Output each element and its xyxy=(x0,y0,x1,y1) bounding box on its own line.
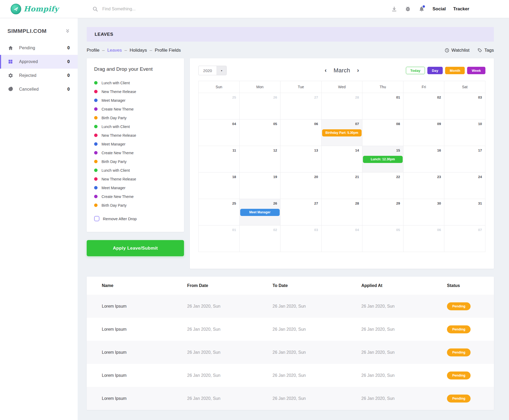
calendar-day-cell[interactable]: 10 xyxy=(444,119,485,146)
calendar-event-pill[interactable]: Lunch: 12.30pm xyxy=(363,156,403,163)
sidebar-item-cancelled[interactable]: Cancelled0 xyxy=(0,82,78,96)
calendar-day-cell[interactable]: 28 xyxy=(321,93,362,119)
breadcrumb-actions: Watchlist Tags xyxy=(445,48,494,53)
bug-icon[interactable] xyxy=(405,6,411,12)
calendar-day-cell[interactable]: 01 xyxy=(199,225,239,252)
social-link[interactable]: Social xyxy=(432,6,446,12)
remove-after-drop-checkbox[interactable] xyxy=(94,216,99,221)
calendar-day-cell[interactable]: 26Meet Manager xyxy=(239,199,280,225)
view-day-button[interactable]: Day xyxy=(427,67,443,74)
tracker-link[interactable]: Tracker xyxy=(453,6,469,12)
view-week-button[interactable]: Week xyxy=(467,67,485,74)
draggable-event[interactable]: Birth Day Party xyxy=(94,157,177,166)
calendar-day-cell[interactable]: 19 xyxy=(239,172,280,199)
search-input[interactable] xyxy=(102,7,214,11)
calendar-event-pill[interactable]: Birthday Part: 5.30pm xyxy=(322,129,362,136)
calendar-day-cell[interactable]: 31 xyxy=(444,199,485,225)
apply-leave-button[interactable]: Apply Leave/Submit xyxy=(87,240,184,256)
calendar-day-cell[interactable]: 27 xyxy=(280,93,321,119)
calendar-day-cell[interactable]: 22 xyxy=(362,172,403,199)
table-row: Lorem Ipsum26 Jan 2020, Sun26 Jan 2020, … xyxy=(87,364,494,387)
prev-month-button[interactable]: ‹ xyxy=(325,68,327,73)
calendar-day-cell[interactable]: 02 xyxy=(403,93,444,119)
sidebar-item-pending[interactable]: Pending0 xyxy=(0,41,78,55)
calendar-day-cell[interactable]: 12 xyxy=(239,146,280,172)
calendar-day-cell[interactable]: 15Lunch: 12.30pm xyxy=(362,146,403,172)
calendar-day-cell[interactable]: 23 xyxy=(403,172,444,199)
next-month-button[interactable]: › xyxy=(357,68,359,73)
calendar-day-cell[interactable]: 26 xyxy=(239,93,280,119)
calendar-day-cell[interactable]: 07 xyxy=(444,225,485,252)
row-from-date: 26 Jan 2020, Sun xyxy=(187,350,273,355)
calendar-day-cell[interactable]: 07Birthday Part: 5.30pm xyxy=(321,119,362,146)
draggable-event[interactable]: New Theme Release xyxy=(94,175,177,183)
calendar-day-cell[interactable]: 17 xyxy=(444,146,485,172)
collapse-double-chevron-icon[interactable] xyxy=(65,28,70,34)
calendar-day-cell[interactable]: 06 xyxy=(403,225,444,252)
calendar-day-cell[interactable]: 08 xyxy=(362,119,403,146)
event-color-dot xyxy=(94,186,98,189)
calendar-day-cell[interactable]: 09 xyxy=(403,119,444,146)
draggable-event[interactable]: Lunch with Client xyxy=(94,78,177,87)
calendar-day-cell[interactable]: 16 xyxy=(403,146,444,172)
calendar-day-cell[interactable]: 18 xyxy=(199,172,239,199)
draggable-event[interactable]: Lunch with Client xyxy=(94,122,177,131)
watchlist-button[interactable]: Watchlist xyxy=(445,48,469,53)
view-month-button[interactable]: Month xyxy=(445,67,465,74)
draggable-event[interactable]: Meet Manager xyxy=(94,183,177,192)
calendar-day-cell[interactable]: 01 xyxy=(362,93,403,119)
day-number: 01 xyxy=(396,93,403,99)
tags-button[interactable]: Tags xyxy=(477,48,494,53)
sidebar-item-rejected[interactable]: Rejected0 xyxy=(0,69,78,82)
draggable-event[interactable]: Create New Theme xyxy=(94,192,177,201)
calendar-day-cell[interactable]: 05 xyxy=(362,225,403,252)
calendar-day-cell[interactable]: 03 xyxy=(280,225,321,252)
calendar-day-cell[interactable]: 28 xyxy=(321,199,362,225)
draggable-event[interactable]: Birth Day Party xyxy=(94,201,177,210)
draggable-event[interactable]: Birth Day Party xyxy=(94,113,177,122)
calendar-day-cell[interactable]: 04 xyxy=(199,119,239,146)
calendar-event-pill[interactable]: Meet Manager xyxy=(240,209,280,216)
draggable-event[interactable]: Meet Manager xyxy=(94,96,177,105)
logo[interactable]: Hompify xyxy=(0,4,78,14)
calendar-day-cell[interactable]: 11 xyxy=(199,146,239,172)
calendar-day-cell[interactable]: 04 xyxy=(321,225,362,252)
breadcrumb: Profile–Leaves–Holidays–Profile Fields xyxy=(87,48,181,53)
gear-icon xyxy=(8,73,13,78)
bell-icon[interactable] xyxy=(419,6,425,12)
calendar-day-cell[interactable]: 30 xyxy=(403,199,444,225)
calendar-day-cell[interactable]: 25 xyxy=(199,93,239,119)
draggable-event[interactable]: Create New Theme xyxy=(94,105,177,113)
calendar-day-cell[interactable]: 21 xyxy=(321,172,362,199)
draggable-event[interactable]: Create New Theme xyxy=(94,148,177,157)
breadcrumb-item[interactable]: Leaves xyxy=(107,48,122,53)
breadcrumb-item[interactable]: Profile xyxy=(87,48,99,53)
view-today-button[interactable]: Today xyxy=(406,67,425,74)
sidebar-item-approved[interactable]: Approved0 xyxy=(0,55,78,69)
draggable-event[interactable]: Lunch with Client xyxy=(94,166,177,175)
calendar-day-cell[interactable]: 05 xyxy=(239,119,280,146)
calendar-day-cell[interactable]: 02 xyxy=(239,225,280,252)
status-badge: Pending xyxy=(447,325,471,333)
year-select[interactable]: 2020 ▾ xyxy=(198,66,227,75)
breadcrumb-item[interactable]: Profile Fields xyxy=(155,48,181,53)
breadcrumb-item[interactable]: Holidays xyxy=(130,48,147,53)
calendar-day-cell[interactable]: 25 xyxy=(199,199,239,225)
calendar-day-cell[interactable]: 20 xyxy=(280,172,321,199)
draggable-event[interactable]: New Theme Release xyxy=(94,87,177,96)
row-to-date: 26 Jan 2020, Sun xyxy=(273,396,361,401)
calendar-day-cell[interactable]: 06 xyxy=(280,119,321,146)
calendar-day-cell[interactable]: 13 xyxy=(280,146,321,172)
calendar-day-cell[interactable]: 03 xyxy=(444,93,485,119)
calendar-day-cell[interactable]: 27 xyxy=(280,199,321,225)
calendar-day-cell[interactable]: 24 xyxy=(444,172,485,199)
sidebar-item-count: 0 xyxy=(67,73,70,78)
status-cell: Pending xyxy=(447,372,494,379)
status-cell: Pending xyxy=(447,395,494,403)
calendar-day-cell[interactable]: 29 xyxy=(362,199,403,225)
download-icon[interactable] xyxy=(391,6,397,12)
day-number: 05 xyxy=(273,120,280,126)
draggable-event[interactable]: Meet Manager xyxy=(94,140,177,148)
draggable-event[interactable]: New Theme Release xyxy=(94,131,177,140)
calendar-day-cell[interactable]: 14 xyxy=(321,146,362,172)
